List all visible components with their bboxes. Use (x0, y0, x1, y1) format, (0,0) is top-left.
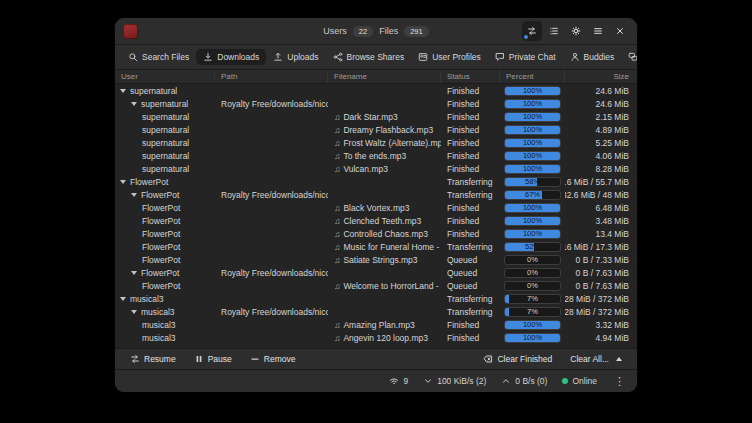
download-row[interactable]: FlowerPot♫Controlled Chaos.mp3Finished10… (115, 227, 637, 240)
upload-speed-status[interactable]: 0 B/s (0) (501, 376, 547, 386)
tab-search-files[interactable]: Search Files (121, 49, 196, 65)
user-name: FlowerPot (142, 255, 180, 265)
toggle-transfers-button[interactable] (522, 21, 542, 41)
pause-button[interactable]: Pause (187, 352, 239, 366)
progress-bar: 100% (504, 138, 561, 148)
status-text: Queued (447, 281, 477, 291)
column-header-filename[interactable]: Filename (328, 70, 441, 83)
column-header-size[interactable]: Size (565, 70, 637, 83)
download-row[interactable]: supernatural♫Frost Waltz (Alternate).mp3… (115, 136, 637, 149)
download-row[interactable]: FlowerPotRoyalty Free/downloads/nicotine… (115, 188, 637, 201)
user-name: supernatural (130, 86, 177, 96)
download-row[interactable]: supernatural♫Dreamy Flashback.mp3Finishe… (115, 123, 637, 136)
expander-icon[interactable] (120, 180, 126, 184)
download-row[interactable]: musical3♫Amazing Plan.mp3Finished100%3.3… (115, 318, 637, 331)
user-name: musical3 (141, 307, 175, 317)
status-text: Finished (447, 320, 479, 330)
clear-all-menu-button[interactable]: Clear All... (563, 352, 629, 366)
tab-user-profiles[interactable]: User Profiles (411, 49, 488, 65)
column-header-status[interactable]: Status (441, 70, 500, 83)
files-count-badge: 291 (404, 26, 429, 37)
tab-buddies[interactable]: Buddies (563, 49, 622, 65)
clear-finished-button[interactable]: Clear Finished (476, 352, 559, 366)
progress-label: 100% (505, 230, 560, 238)
expander-icon[interactable] (131, 271, 137, 275)
hamburger-menu-icon (593, 26, 603, 36)
size-text: 8.28 MiB (595, 164, 629, 174)
resume-icon (130, 354, 140, 364)
progress-bar: 0% (504, 255, 561, 265)
download-rate: 100 KiB/s (2) (437, 376, 486, 386)
tab-uploads[interactable]: Uploads (266, 49, 325, 65)
upload-icon (273, 52, 283, 62)
progress-label: 100% (505, 100, 560, 108)
column-header-user[interactable]: User (115, 70, 215, 83)
download-row[interactable]: supernaturalRoyalty Free/downloads/nicot… (115, 97, 637, 110)
column-header-percent[interactable]: Percent (500, 70, 565, 83)
download-speed-status[interactable]: 100 KiB/s (2) (423, 376, 486, 386)
download-row[interactable]: musical3♫Angevin 120 loop.mp3Finished100… (115, 331, 637, 344)
expander-icon[interactable] (120, 297, 126, 301)
preferences-button[interactable] (566, 21, 586, 41)
size-text: 9.16 MiB / 17.3 MiB (565, 242, 629, 252)
progress-bar: 100% (504, 112, 561, 122)
progress-bar: 100% (504, 125, 561, 135)
remove-label: Remove (264, 354, 296, 364)
download-row[interactable]: FlowerPotTransferring58%32.6 MiB / 55.7 … (115, 175, 637, 188)
size-text: 32.6 MiB / 55.7 MiB (565, 177, 629, 187)
tab-downloads[interactable]: Downloads (196, 49, 266, 65)
download-row[interactable]: FlowerPot♫Black Vortex.mp3Finished100%6.… (115, 201, 637, 214)
download-row[interactable]: FlowerPot♫Clenched Teeth.mp3Finished100%… (115, 214, 637, 227)
online-status[interactable]: Online (562, 376, 597, 386)
download-row[interactable]: musical3Royalty Free/downloads/nicotineT… (115, 305, 637, 318)
progress-label: 0% (505, 256, 560, 264)
expander-icon[interactable] (131, 102, 137, 106)
size-text: 5.25 MiB (595, 138, 629, 148)
download-row[interactable]: supernatural♫Dark Star.mp3Finished100%2.… (115, 110, 637, 123)
progress-label: 100% (505, 152, 560, 160)
tab-browse-shares[interactable]: Browse Shares (326, 49, 412, 65)
download-row[interactable]: supernaturalFinished100%24.6 MiB (115, 84, 637, 97)
tab-private-chat[interactable]: Private Chat (488, 49, 563, 65)
download-row[interactable]: supernatural♫To the ends.mp3Finished100%… (115, 149, 637, 162)
view-list-button[interactable] (544, 21, 564, 41)
downloads-list: supernaturalFinished100%24.6 MiBsupernat… (115, 84, 637, 348)
shares-icon (333, 52, 343, 62)
expander-icon[interactable] (131, 310, 137, 314)
tab-label: Private Chat (509, 52, 556, 62)
desktop-background: Users 22 Files 291 (0, 0, 752, 423)
music-note-icon: ♫ (334, 333, 340, 343)
users-label: Users (323, 26, 347, 36)
headerbar: Users 22 Files 291 (115, 18, 637, 45)
tab-label: Uploads (287, 52, 318, 62)
download-row[interactable]: musical3Transferring7%28 MiB / 372 MiB (115, 292, 637, 305)
headerbar-buttons (522, 21, 637, 41)
user-name: FlowerPot (141, 268, 179, 278)
transfer-icon (527, 26, 537, 36)
progress-bar: 100% (504, 164, 561, 174)
music-note-icon: ♫ (334, 242, 340, 252)
download-row[interactable]: FlowerPotRoyalty Free/downloads/nicotine… (115, 266, 637, 279)
download-row[interactable]: FlowerPot♫Welcome to HorrorLand - hi.mp3… (115, 279, 637, 292)
progress-label: 100% (505, 217, 560, 225)
expander-icon[interactable] (120, 89, 126, 93)
connections-status[interactable]: 9 (389, 376, 408, 386)
remove-button[interactable]: Remove (243, 352, 303, 366)
music-note-icon: ♫ (334, 164, 340, 174)
user-name: musical3 (130, 294, 164, 304)
expander-icon[interactable] (131, 193, 137, 197)
tab-chat-rooms[interactable]: Chat Rooms (621, 49, 637, 65)
main-menu-button[interactable] (588, 21, 608, 41)
user-name: FlowerPot (142, 229, 180, 239)
download-row[interactable]: supernatural♫Vulcan.mp3Finished100%8.28 … (115, 162, 637, 175)
download-row[interactable]: FlowerPot♫Satiate Strings.mp3Queued0%0 B… (115, 253, 637, 266)
column-header-path[interactable]: Path (215, 70, 328, 83)
status-text: Finished (447, 138, 479, 148)
close-window-button[interactable] (610, 21, 630, 41)
resume-button[interactable]: Resume (123, 352, 183, 366)
status-menu-button[interactable]: ⋮ (612, 375, 627, 388)
download-row[interactable]: FlowerPot♫Music for Funeral Home - Part … (115, 240, 637, 253)
user-name: musical3 (142, 333, 176, 343)
filename-text: Dreamy Flashback.mp3 (343, 125, 433, 135)
clear-icon (483, 354, 493, 364)
